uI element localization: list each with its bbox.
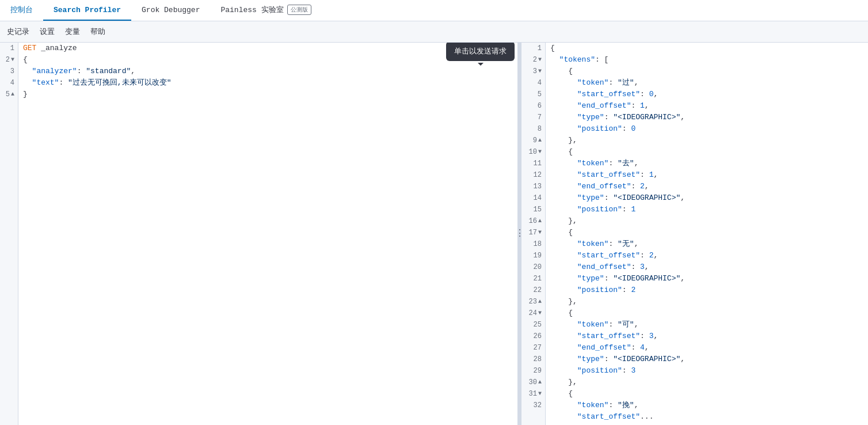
output-line-26: "start_offset": 3,	[546, 331, 868, 342]
out-line-14: 14	[521, 192, 545, 204]
output-content: { "tokens": [ { "token": "过", "start_off…	[546, 43, 868, 425]
out-line-20: 20	[521, 261, 545, 273]
output-line-19: "start_offset": 2,	[546, 250, 868, 261]
out-line-25: 25	[521, 319, 545, 331]
output-line-24: {	[546, 308, 868, 319]
output-line-33: "start_offset"...	[546, 411, 868, 423]
out-line-32: 32	[521, 400, 545, 411]
out-line-13: 13	[521, 181, 545, 192]
out-line-9: 9 ▲	[521, 135, 545, 146]
out-line-10: 10 ▼	[521, 146, 545, 158]
output-panel: 1 2 ▼ 3 ▼ 4 5 6 7 8 9 ▲ 10 ▼ 11 12 13 14…	[521, 43, 868, 425]
editor-line-5[interactable]: }	[18, 89, 517, 100]
out-line-2: 2 ▼	[521, 54, 545, 66]
out-line-16: 16 ▲	[521, 215, 545, 227]
line-num-2: 2 ▼	[0, 54, 18, 66]
out-line-21: 21	[521, 273, 545, 284]
nav-settings[interactable]: 设置	[40, 26, 55, 37]
output-line-9: },	[546, 135, 868, 146]
line-num-4: 4	[0, 77, 18, 89]
out-line-8: 8	[521, 123, 545, 135]
out-line-1: 1	[521, 43, 545, 54]
out-line-5: 5	[521, 89, 545, 100]
output-line-8: "position": 0	[546, 123, 868, 135]
output-line-2: "tokens": [	[546, 54, 868, 66]
output-line-22: "position": 2	[546, 284, 868, 296]
out-line-23: 23 ▲	[521, 296, 545, 308]
output-line-13: "end_offset": 2,	[546, 181, 868, 192]
beta-badge: 公测版	[287, 5, 311, 15]
output-line-20: "end_offset": 3,	[546, 261, 868, 273]
out-line-24: 24 ▼	[521, 308, 545, 319]
output-line-1: {	[546, 43, 868, 54]
tab-console[interactable]: 控制台	[0, 0, 43, 21]
out-line-7: 7	[521, 112, 545, 123]
out-line-6: 6	[521, 100, 545, 112]
editor-line-1[interactable]: GET _analyze	[18, 43, 517, 54]
output-line-17: {	[546, 227, 868, 238]
out-line-26: 26	[521, 331, 545, 342]
output-line-27: "end_offset": 4,	[546, 342, 868, 354]
line-num-1: 1	[0, 43, 18, 54]
output-line-21: "type": "<IDEOGRAPHIC>",	[546, 273, 868, 284]
out-line-12: 12	[521, 169, 545, 181]
editor-line-4[interactable]: "text": "过去无可挽回,未来可以改变"	[18, 77, 517, 89]
main-container: 1 2 ▼ 3 4 5 ▲ 单击以发送请求	[0, 43, 868, 425]
output-line-25: "token": "可",	[546, 319, 868, 331]
output-line-28: "type": "<IDEOGRAPHIC>",	[546, 354, 868, 365]
out-line-29: 29	[521, 365, 545, 377]
line-num-5: 5 ▲	[0, 89, 18, 100]
output-line-14: "type": "<IDEOGRAPHIC>",	[546, 192, 868, 204]
output-line-23: },	[546, 296, 868, 308]
out-line-28: 28	[521, 354, 545, 365]
out-line-31: 31 ▼	[521, 388, 545, 400]
out-line-17: 17 ▼	[521, 227, 545, 238]
out-line-18: 18	[521, 238, 545, 250]
editor-content[interactable]: 单击以发送请求	[18, 43, 517, 425]
output-line-32: "token": "挽",	[546, 400, 868, 411]
output-line-12: "start_offset": 1,	[546, 169, 868, 181]
tooltip: 单击以发送请求	[446, 43, 515, 61]
output-line-10: {	[546, 146, 868, 158]
editor-line-numbers: 1 2 ▼ 3 4 5 ▲	[0, 43, 18, 425]
output-line-5: "start_offset": 0,	[546, 89, 868, 100]
output-line-7: "type": "<IDEOGRAPHIC>",	[546, 112, 868, 123]
line-num-3: 3	[0, 66, 18, 77]
tab-search-profiler[interactable]: Search Profiler	[43, 0, 131, 21]
tab-painless-lab[interactable]: Painless 实验室 公测版	[210, 0, 321, 21]
output-line-4: "token": "过",	[546, 77, 868, 89]
output-line-30: },	[546, 377, 868, 388]
output-line-6: "end_offset": 1,	[546, 100, 868, 112]
top-nav: 控制台 Search Profiler Grok Debugger Painle…	[0, 0, 868, 21]
out-line-19: 19	[521, 250, 545, 261]
output-line-31: {	[546, 388, 868, 400]
out-line-3: 3 ▼	[521, 66, 545, 77]
output-line-numbers: 1 2 ▼ 3 ▼ 4 5 6 7 8 9 ▲ 10 ▼ 11 12 13 14…	[521, 43, 546, 425]
output-line-16: },	[546, 215, 868, 227]
editor-line-3[interactable]: "analyzer": "standard",	[18, 66, 517, 77]
secondary-nav: 史记录 设置 变量 帮助	[0, 21, 868, 43]
nav-history[interactable]: 史记录	[7, 26, 29, 37]
tooltip-wrapper: 单击以发送请求	[446, 43, 515, 61]
output-line-29: "position": 3	[546, 365, 868, 377]
nav-variables[interactable]: 变量	[65, 26, 80, 37]
output-line-3: {	[546, 66, 868, 77]
out-line-11: 11	[521, 158, 545, 169]
editor-line-2[interactable]: {	[18, 54, 517, 66]
out-line-22: 22	[521, 284, 545, 296]
out-line-27: 27	[521, 342, 545, 354]
output-line-15: "position": 1	[546, 204, 868, 215]
tab-grok-debugger[interactable]: Grok Debugger	[131, 0, 210, 21]
out-line-15: 15	[521, 204, 545, 215]
out-line-30: 30 ▲	[521, 377, 545, 388]
editor-panel: 1 2 ▼ 3 4 5 ▲ 单击以发送请求	[0, 43, 518, 425]
output-line-11: "token": "去",	[546, 158, 868, 169]
nav-help[interactable]: 帮助	[90, 26, 105, 37]
output-line-18: "token": "无",	[546, 238, 868, 250]
out-line-4: 4	[521, 77, 545, 89]
